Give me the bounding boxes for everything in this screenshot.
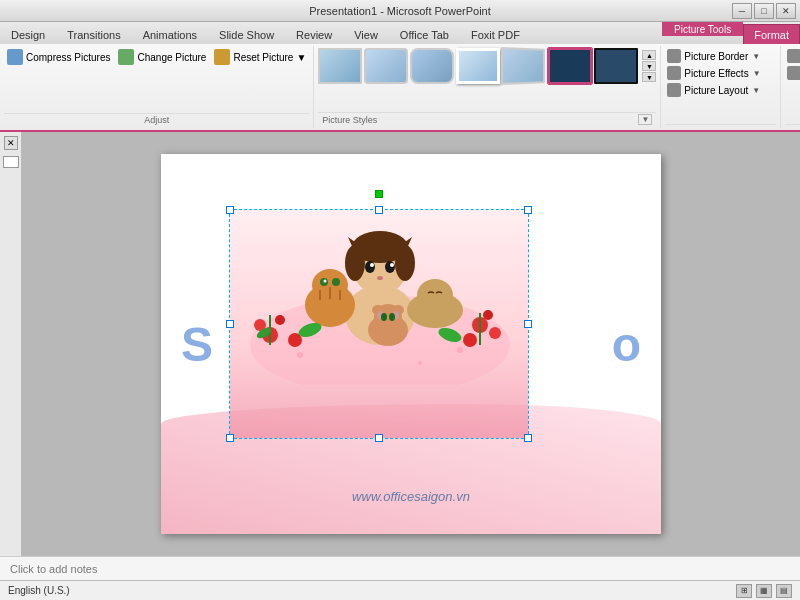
pic-style-6-selected[interactable] bbox=[548, 48, 592, 84]
title-text: Presentation1 - Microsoft PowerPoint bbox=[309, 5, 491, 17]
svg-point-33 bbox=[417, 279, 453, 311]
notes-area[interactable]: Click to add notes bbox=[0, 556, 800, 580]
minimize-button[interactable]: ─ bbox=[732, 3, 752, 19]
adjust-group-content: Compress Pictures Change Picture Reset P… bbox=[4, 48, 309, 113]
effects-icon bbox=[667, 66, 681, 80]
tab-design[interactable]: Design bbox=[0, 24, 56, 44]
status-right: ⊞ ▦ ▤ bbox=[736, 584, 792, 598]
pic-style-1[interactable] bbox=[318, 48, 362, 84]
svg-point-45 bbox=[457, 347, 463, 353]
tab-slideshow[interactable]: Slide Show bbox=[208, 24, 285, 44]
svg-point-44 bbox=[297, 352, 303, 358]
reset-arrow: ▼ bbox=[296, 52, 306, 63]
title-bar: Presentation1 - Microsoft PowerPoint ─ □… bbox=[0, 0, 800, 22]
picture-styles-row: ▲ ▼ ▼ bbox=[318, 48, 656, 84]
language-label: English (U.S.) bbox=[8, 585, 70, 596]
ribbon-group-bring-send: Bring Forward ▼ Send Backward ▼ bbox=[781, 46, 800, 128]
handle-ml[interactable] bbox=[226, 320, 234, 328]
panel-close-button[interactable]: ✕ bbox=[4, 136, 18, 150]
bring-forward-button[interactable]: Bring Forward ▼ bbox=[785, 48, 800, 64]
status-bar: English (U.S.) ⊞ ▦ ▤ bbox=[0, 580, 800, 600]
scroll-down-btn[interactable]: ▼ bbox=[642, 61, 656, 71]
canvas-area: S o www.officesaigon.vn bbox=[22, 132, 800, 556]
selected-image-box[interactable] bbox=[229, 209, 529, 439]
layout-label: Picture Layout bbox=[684, 85, 748, 96]
slide-text-left: S bbox=[181, 317, 213, 372]
picture-tools-label: Picture Tools bbox=[662, 22, 743, 36]
reset-icon bbox=[214, 49, 230, 65]
picture-styles-label: Picture Styles ▼ bbox=[318, 112, 656, 126]
handle-rotate[interactable] bbox=[375, 190, 383, 198]
svg-point-31 bbox=[324, 280, 327, 283]
slide-text-right: o bbox=[612, 317, 641, 372]
change-picture-button[interactable]: Change Picture bbox=[115, 48, 209, 66]
compress-label: Compress Pictures bbox=[26, 52, 110, 63]
ribbon: Compress Pictures Change Picture Reset P… bbox=[0, 44, 800, 132]
handle-br[interactable] bbox=[524, 434, 532, 442]
tab-view[interactable]: View bbox=[343, 24, 389, 44]
tab-officetab[interactable]: Office Tab bbox=[389, 24, 460, 44]
picture-border-button[interactable]: Picture Border ▼ bbox=[665, 48, 776, 64]
layout-arrow: ▼ bbox=[752, 86, 760, 95]
slide-canvas[interactable]: S o www.officesaigon.vn bbox=[161, 154, 661, 534]
svg-point-19 bbox=[390, 263, 394, 267]
picture-options-label bbox=[665, 124, 776, 126]
ribbon-tab-row: Design Transitions Animations Slide Show… bbox=[0, 22, 800, 44]
adjust-group-label: Adjust bbox=[4, 113, 309, 126]
svg-point-18 bbox=[370, 263, 374, 267]
pic-style-3[interactable] bbox=[410, 48, 454, 84]
close-button[interactable]: ✕ bbox=[776, 3, 796, 19]
handle-mr[interactable] bbox=[524, 320, 532, 328]
handle-tr[interactable] bbox=[524, 206, 532, 214]
picture-effects-button[interactable]: Picture Effects ▼ bbox=[665, 65, 776, 81]
border-icon bbox=[667, 49, 681, 63]
svg-point-3 bbox=[275, 315, 285, 325]
svg-point-46 bbox=[418, 361, 422, 365]
tab-animations[interactable]: Animations bbox=[132, 24, 208, 44]
handle-tc[interactable] bbox=[375, 206, 383, 214]
status-icon-1[interactable]: ⊞ bbox=[736, 584, 752, 598]
handle-bl[interactable] bbox=[226, 434, 234, 442]
slide-panel: ✕ bbox=[0, 132, 22, 556]
handle-bc[interactable] bbox=[375, 434, 383, 442]
cat-illustration bbox=[240, 185, 520, 385]
reset-picture-button[interactable]: Reset Picture ▼ bbox=[211, 48, 309, 66]
compress-pictures-button[interactable]: Compress Pictures bbox=[4, 48, 113, 66]
pic-style-7[interactable] bbox=[594, 48, 638, 84]
status-icon-3[interactable]: ▤ bbox=[776, 584, 792, 598]
svg-point-20 bbox=[377, 276, 383, 280]
tab-review[interactable]: Review bbox=[285, 24, 343, 44]
tab-format[interactable]: Format bbox=[743, 24, 800, 44]
effects-label: Picture Effects bbox=[684, 68, 748, 79]
svg-point-40 bbox=[381, 313, 387, 321]
main-area: ✕ S o www.officesaigon.vn bbox=[0, 132, 800, 556]
handle-tl[interactable] bbox=[226, 206, 234, 214]
pic-style-2[interactable] bbox=[364, 48, 408, 84]
picture-layout-button[interactable]: Picture Layout ▼ bbox=[665, 82, 776, 98]
svg-point-41 bbox=[389, 313, 395, 321]
svg-point-30 bbox=[332, 278, 340, 286]
svg-point-10 bbox=[463, 333, 477, 347]
scroll-more-btn[interactable]: ▼ bbox=[642, 72, 656, 82]
picture-styles-scroll: ▲ ▼ ▼ bbox=[642, 50, 656, 82]
send-backward-button[interactable]: Send Backward ▼ bbox=[785, 65, 800, 81]
ribbon-group-picture-styles: ▲ ▼ ▼ Picture Styles ▼ bbox=[314, 46, 661, 128]
notes-prompt: Click to add notes bbox=[10, 563, 97, 575]
ribbon-group-adjust: Compress Pictures Change Picture Reset P… bbox=[0, 46, 314, 128]
slide-thumbnail[interactable] bbox=[3, 156, 19, 168]
picture-styles-content: ▲ ▼ ▼ bbox=[318, 48, 656, 112]
status-icon-2[interactable]: ▦ bbox=[756, 584, 772, 598]
maximize-button[interactable]: □ bbox=[754, 3, 774, 19]
svg-point-17 bbox=[385, 261, 395, 273]
svg-point-16 bbox=[365, 261, 375, 273]
pic-style-5[interactable] bbox=[501, 47, 545, 85]
pic-style-4[interactable] bbox=[456, 48, 500, 84]
tab-transitions[interactable]: Transitions bbox=[56, 24, 131, 44]
ribbon-group-picture-options: Picture Border ▼ Picture Effects ▼ Pictu… bbox=[661, 46, 781, 128]
compress-icon bbox=[7, 49, 23, 65]
scroll-up-btn[interactable]: ▲ bbox=[642, 50, 656, 60]
tab-foxitpdf[interactable]: Foxit PDF bbox=[460, 24, 531, 44]
selected-image-container[interactable] bbox=[229, 209, 529, 439]
picture-styles-expand[interactable]: ▼ bbox=[638, 114, 652, 125]
layout-icon bbox=[667, 83, 681, 97]
